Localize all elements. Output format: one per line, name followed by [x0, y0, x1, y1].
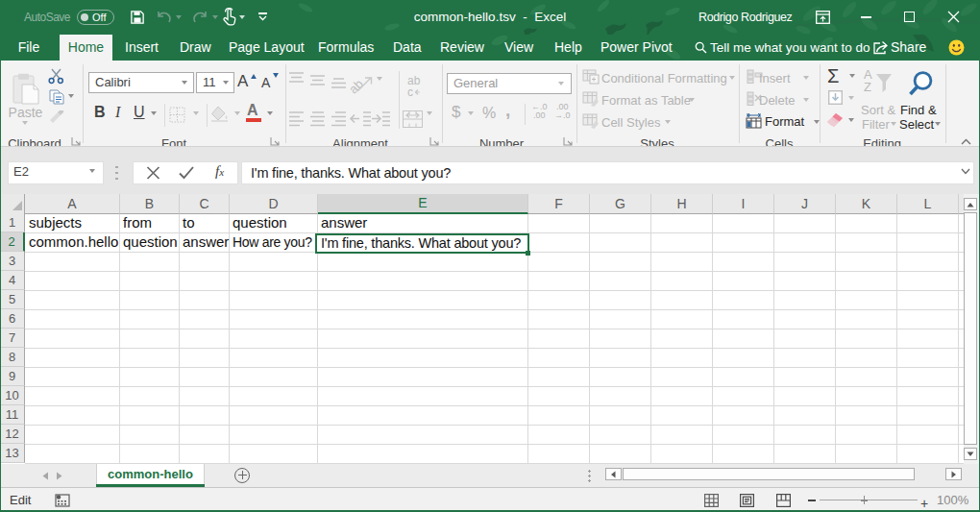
svg-text:c: c: [407, 85, 413, 99]
